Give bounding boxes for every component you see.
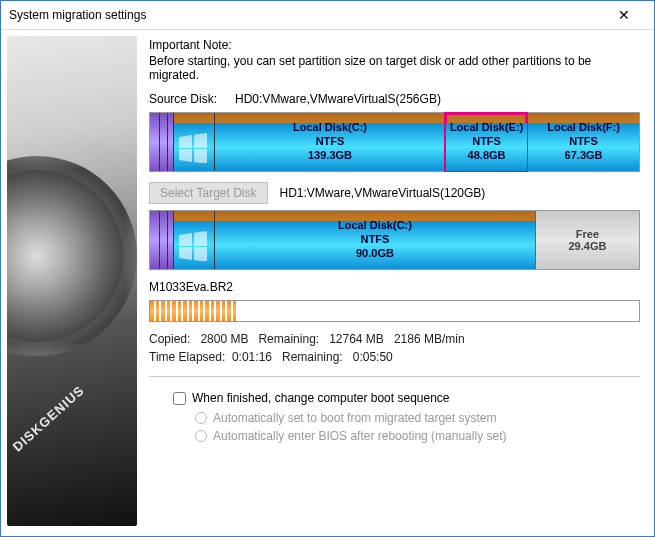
close-icon[interactable]: ✕: [604, 7, 644, 23]
radio-auto-boot: Automatically set to boot from migrated …: [173, 411, 640, 425]
source-value: HD0:VMware,VMwareVirtualS(256GB): [235, 92, 441, 106]
window-title: System migration settings: [9, 8, 146, 22]
reserved-partition[interactable]: [150, 113, 160, 171]
reserved-partition[interactable]: [160, 211, 168, 269]
select-target-button: Select Target Disk: [149, 182, 268, 204]
change-boot-checkbox[interactable]: When finished, change computer boot sequ…: [173, 391, 640, 405]
titlebar: System migration settings ✕: [1, 1, 654, 30]
reserved-partition[interactable]: [150, 211, 160, 269]
target-row: Select Target Disk HD1:VMware,VMwareVirt…: [149, 182, 640, 204]
progress-stats: Copied: 2800 MB Remaining: 12764 MB 2186…: [149, 330, 640, 377]
source-label: Source Disk:: [149, 92, 217, 106]
radio-icon: [195, 430, 207, 442]
footer: Prevent System From Sleeping During Exec…: [1, 532, 654, 537]
partition-f[interactable]: Local Disk(F:) NTFS 67.3GB: [527, 113, 639, 171]
partition-e[interactable]: Local Disk(E:) NTFS 48.8GB: [445, 113, 527, 171]
target-diskbar[interactable]: Local Disk(C:) NTFS 90.0GB Free 29.4GB: [149, 210, 640, 270]
main-area: DISKGENIUS Important Note: Before starti…: [1, 30, 654, 532]
sidebar-image: DISKGENIUS: [7, 36, 137, 526]
windows-logo-icon: [174, 211, 214, 269]
radio-enter-bios: Automatically enter BIOS after rebooting…: [173, 429, 640, 443]
progress-filename: M1033Eva.BR2: [149, 280, 640, 294]
partition-c[interactable]: Local Disk(C:) NTFS 139.3GB: [214, 113, 445, 171]
free-space[interactable]: Free 29.4GB: [535, 211, 639, 269]
reserved-partition[interactable]: [160, 113, 168, 171]
change-boot-input[interactable]: [173, 392, 186, 405]
windows-logo-icon: [174, 113, 214, 171]
radio-icon: [195, 412, 207, 424]
source-row: Source Disk: HD0:VMware,VMwareVirtualS(2…: [149, 92, 640, 106]
note-body: Before starting, you can set partition s…: [149, 54, 640, 82]
options-group: When finished, change computer boot sequ…: [149, 391, 640, 443]
note-title: Important Note:: [149, 38, 640, 52]
brand-label: DISKGENIUS: [10, 383, 88, 455]
source-diskbar[interactable]: Local Disk(C:) NTFS 139.3GB Local Disk(E…: [149, 112, 640, 172]
progress-bar: [149, 300, 640, 322]
content-area: Important Note: Before starting, you can…: [143, 30, 654, 532]
target-partition-c[interactable]: Local Disk(C:) NTFS 90.0GB: [214, 211, 535, 269]
target-value: HD1:VMware,VMwareVirtualS(120GB): [280, 186, 486, 200]
